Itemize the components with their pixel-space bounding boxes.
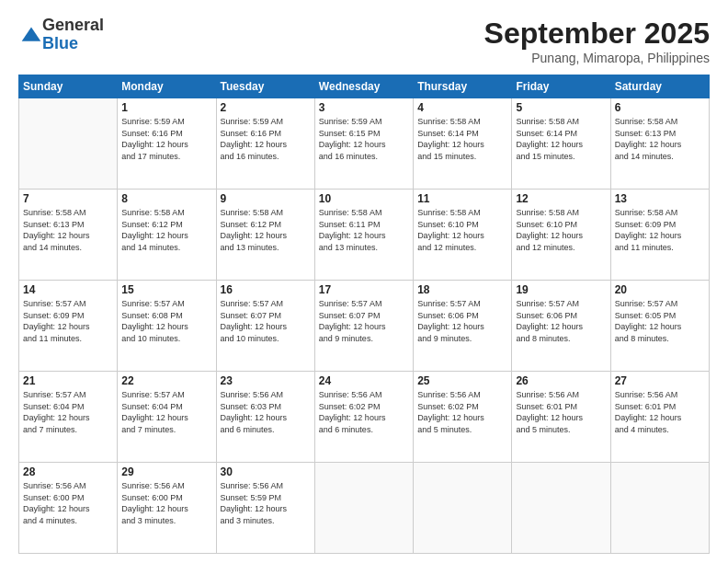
day-info: Sunrise: 5:57 AMSunset: 6:07 PMDaylight:… — [319, 298, 409, 344]
calendar-week-row: 1Sunrise: 5:59 AMSunset: 6:16 PMDaylight… — [19, 98, 710, 190]
location: Punang, Mimaropa, Philippines — [484, 51, 710, 65]
day-info: Sunrise: 5:57 AMSunset: 6:09 PMDaylight:… — [23, 298, 113, 344]
weekday-header: Sunday — [19, 75, 118, 98]
day-info: Sunrise: 5:59 AMSunset: 6:16 PMDaylight:… — [221, 116, 311, 162]
logo-text: General Blue — [42, 17, 104, 53]
logo-icon — [20, 24, 42, 46]
day-number: 25 — [417, 374, 507, 387]
calendar-week-row: 7Sunrise: 5:58 AMSunset: 6:13 PMDaylight… — [19, 190, 710, 281]
calendar-cell — [314, 463, 413, 554]
day-number: 10 — [319, 192, 409, 205]
day-info: Sunrise: 5:58 AMSunset: 6:11 PMDaylight:… — [319, 207, 409, 253]
weekday-header: Thursday — [414, 75, 512, 98]
day-info: Sunrise: 5:58 AMSunset: 6:13 PMDaylight:… — [23, 207, 113, 253]
day-info: Sunrise: 5:59 AMSunset: 6:15 PMDaylight:… — [319, 116, 409, 162]
day-number: 15 — [121, 283, 211, 296]
day-number: 12 — [516, 192, 606, 205]
calendar-cell — [610, 463, 709, 554]
calendar-table: SundayMondayTuesdayWednesdayThursdayFrid… — [18, 75, 710, 554]
calendar-cell: 12Sunrise: 5:58 AMSunset: 6:10 PMDayligh… — [512, 190, 610, 281]
day-info: Sunrise: 5:56 AMSunset: 6:01 PMDaylight:… — [615, 389, 705, 435]
calendar-cell — [414, 463, 512, 554]
calendar-cell: 24Sunrise: 5:56 AMSunset: 6:02 PMDayligh… — [314, 372, 413, 463]
calendar-cell: 4Sunrise: 5:58 AMSunset: 6:14 PMDaylight… — [414, 98, 512, 190]
svg-marker-0 — [22, 27, 41, 40]
day-info: Sunrise: 5:58 AMSunset: 6:14 PMDaylight:… — [516, 116, 606, 162]
calendar-cell: 11Sunrise: 5:58 AMSunset: 6:10 PMDayligh… — [414, 190, 512, 281]
day-info: Sunrise: 5:56 AMSunset: 6:02 PMDaylight:… — [417, 389, 507, 435]
calendar-cell: 18Sunrise: 5:57 AMSunset: 6:06 PMDayligh… — [414, 281, 512, 372]
day-info: Sunrise: 5:58 AMSunset: 6:12 PMDaylight:… — [221, 207, 311, 253]
day-info: Sunrise: 5:58 AMSunset: 6:10 PMDaylight:… — [516, 207, 606, 253]
day-number: 6 — [615, 101, 705, 114]
day-number: 7 — [23, 192, 113, 205]
day-info: Sunrise: 5:56 AMSunset: 6:02 PMDaylight:… — [319, 389, 409, 435]
day-number: 29 — [121, 465, 211, 478]
title-block: September 2025 Punang, Mimaropa, Philipp… — [484, 17, 710, 65]
day-number: 26 — [516, 374, 606, 387]
calendar-cell: 7Sunrise: 5:58 AMSunset: 6:13 PMDaylight… — [19, 190, 118, 281]
day-number: 13 — [615, 192, 705, 205]
day-number: 23 — [221, 374, 311, 387]
day-number: 27 — [615, 374, 705, 387]
day-number: 16 — [221, 283, 311, 296]
calendar-cell: 14Sunrise: 5:57 AMSunset: 6:09 PMDayligh… — [19, 281, 118, 372]
calendar-cell: 25Sunrise: 5:56 AMSunset: 6:02 PMDayligh… — [414, 372, 512, 463]
day-number: 11 — [417, 192, 507, 205]
day-info: Sunrise: 5:58 AMSunset: 6:09 PMDaylight:… — [615, 207, 705, 253]
calendar-cell: 21Sunrise: 5:57 AMSunset: 6:04 PMDayligh… — [19, 372, 118, 463]
weekday-header: Wednesday — [314, 75, 413, 98]
day-number: 22 — [121, 374, 211, 387]
calendar-cell: 1Sunrise: 5:59 AMSunset: 6:16 PMDaylight… — [118, 98, 216, 190]
calendar-cell: 20Sunrise: 5:57 AMSunset: 6:05 PMDayligh… — [610, 281, 709, 372]
day-info: Sunrise: 5:58 AMSunset: 6:10 PMDaylight:… — [417, 207, 507, 253]
calendar-cell: 30Sunrise: 5:56 AMSunset: 5:59 PMDayligh… — [216, 463, 314, 554]
calendar-cell: 6Sunrise: 5:58 AMSunset: 6:13 PMDaylight… — [610, 98, 709, 190]
day-number: 4 — [417, 101, 507, 114]
day-info: Sunrise: 5:56 AMSunset: 6:00 PMDaylight:… — [23, 480, 113, 526]
day-number: 21 — [23, 374, 113, 387]
logo-general: General — [42, 17, 104, 35]
day-info: Sunrise: 5:56 AMSunset: 6:00 PMDaylight:… — [121, 480, 211, 526]
day-number: 18 — [417, 283, 507, 296]
calendar-cell: 16Sunrise: 5:57 AMSunset: 6:07 PMDayligh… — [216, 281, 314, 372]
calendar-cell: 8Sunrise: 5:58 AMSunset: 6:12 PMDaylight… — [118, 190, 216, 281]
day-info: Sunrise: 5:56 AMSunset: 6:01 PMDaylight:… — [516, 389, 606, 435]
month-title: September 2025 — [484, 17, 710, 51]
weekday-header: Tuesday — [216, 75, 314, 98]
weekday-header: Monday — [118, 75, 216, 98]
calendar-cell: 27Sunrise: 5:56 AMSunset: 6:01 PMDayligh… — [610, 372, 709, 463]
day-number: 30 — [221, 465, 311, 478]
calendar-header-row: SundayMondayTuesdayWednesdayThursdayFrid… — [19, 75, 710, 98]
calendar-cell: 23Sunrise: 5:56 AMSunset: 6:03 PMDayligh… — [216, 372, 314, 463]
day-number: 2 — [221, 101, 311, 114]
calendar-cell: 3Sunrise: 5:59 AMSunset: 6:15 PMDaylight… — [314, 98, 413, 190]
calendar-cell: 19Sunrise: 5:57 AMSunset: 6:06 PMDayligh… — [512, 281, 610, 372]
calendar-cell: 5Sunrise: 5:58 AMSunset: 6:14 PMDaylight… — [512, 98, 610, 190]
day-number: 1 — [121, 101, 211, 114]
day-info: Sunrise: 5:57 AMSunset: 6:06 PMDaylight:… — [417, 298, 507, 344]
day-info: Sunrise: 5:57 AMSunset: 6:04 PMDaylight:… — [23, 389, 113, 435]
day-number: 14 — [23, 283, 113, 296]
calendar-cell — [512, 463, 610, 554]
calendar-cell: 17Sunrise: 5:57 AMSunset: 6:07 PMDayligh… — [314, 281, 413, 372]
day-info: Sunrise: 5:57 AMSunset: 6:08 PMDaylight:… — [121, 298, 211, 344]
calendar-cell: 2Sunrise: 5:59 AMSunset: 6:16 PMDaylight… — [216, 98, 314, 190]
calendar-cell — [19, 98, 118, 190]
calendar-cell: 28Sunrise: 5:56 AMSunset: 6:00 PMDayligh… — [19, 463, 118, 554]
day-number: 8 — [121, 192, 211, 205]
calendar-cell: 13Sunrise: 5:58 AMSunset: 6:09 PMDayligh… — [610, 190, 709, 281]
day-number: 17 — [319, 283, 409, 296]
day-number: 24 — [319, 374, 409, 387]
calendar-week-row: 21Sunrise: 5:57 AMSunset: 6:04 PMDayligh… — [19, 372, 710, 463]
day-number: 9 — [221, 192, 311, 205]
header: General Blue September 2025 Punang, Mima… — [18, 17, 710, 65]
day-info: Sunrise: 5:58 AMSunset: 6:12 PMDaylight:… — [121, 207, 211, 253]
day-info: Sunrise: 5:56 AMSunset: 5:59 PMDaylight:… — [221, 480, 311, 526]
day-info: Sunrise: 5:58 AMSunset: 6:13 PMDaylight:… — [615, 116, 705, 162]
calendar-week-row: 28Sunrise: 5:56 AMSunset: 6:00 PMDayligh… — [19, 463, 710, 554]
calendar-cell: 26Sunrise: 5:56 AMSunset: 6:01 PMDayligh… — [512, 372, 610, 463]
logo-blue: Blue — [42, 35, 104, 53]
calendar-week-row: 14Sunrise: 5:57 AMSunset: 6:09 PMDayligh… — [19, 281, 710, 372]
day-info: Sunrise: 5:59 AMSunset: 6:16 PMDaylight:… — [121, 116, 211, 162]
